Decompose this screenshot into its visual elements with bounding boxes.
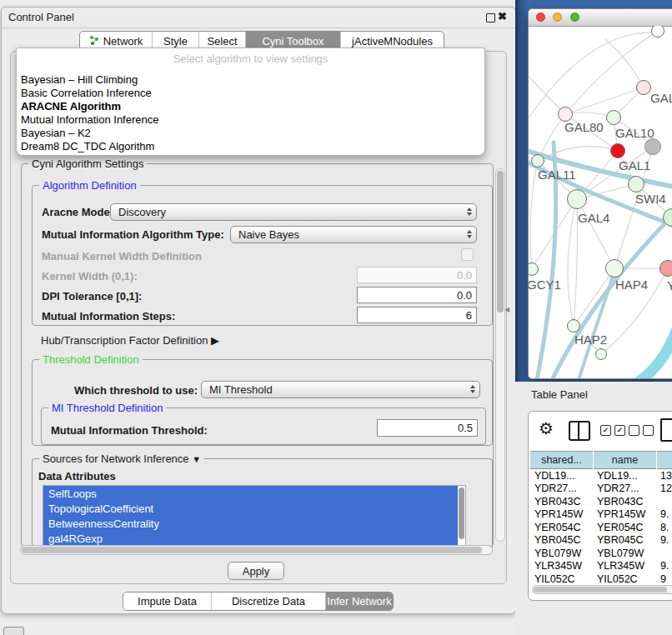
split-view-icon[interactable] [569, 421, 590, 441]
node-label: GAL1 [619, 158, 650, 172]
node-label: SWI4 [635, 192, 666, 206]
manual-kernel-checkbox[interactable] [461, 248, 474, 261]
corner-button[interactable] [3, 627, 24, 635]
node-label: GAL80 [564, 120, 604, 134]
mi-type-label: Mutual Information Algorithm Type: [42, 228, 224, 241]
list-item[interactable]: SelfLoops [43, 486, 465, 501]
apply-button[interactable]: Apply [228, 562, 284, 580]
table-row[interactable]: YBR043CYBR043C [530, 495, 672, 508]
control-panel-window: Control Panel ✖ Network Style Select Cyn… [1, 7, 516, 614]
network-canvas[interactable]: GAL GAL80 GAL10 GAL1 GAL11 SWI4 GAL4 GCY… [529, 26, 672, 378]
network-node[interactable] [659, 260, 672, 277]
gear-icon[interactable]: ⚙ [539, 418, 554, 438]
node-label: GAL4 [578, 211, 609, 225]
table-row[interactable]: YIL052CYIL052C9 [530, 572, 672, 586]
which-threshold-select[interactable]: MI Threshold [201, 381, 480, 398]
chevron-updown-icon [467, 230, 472, 238]
mi-steps-label: Mutual Information Steps: [42, 310, 175, 322]
network-node[interactable] [595, 348, 607, 360]
list-item[interactable]: gal4RGexp [43, 531, 465, 546]
threshold-definition-title: Threshold Definition [39, 353, 143, 366]
settings-vertical-scrollbar[interactable] [495, 168, 505, 542]
chevron-right-icon: ▶ [211, 334, 219, 347]
cyni-algorithm-settings-group: Cyni Algorithm Settings Algorithm Defini… [21, 163, 494, 547]
aracne-mode-select[interactable]: Discovery [110, 203, 477, 221]
sources-title[interactable]: Sources for Network Inference ▼ [39, 452, 204, 465]
list-scrollbar[interactable] [458, 486, 465, 546]
close-traffic-light[interactable] [536, 12, 545, 22]
select-all-checks-icon[interactable]: ✓✓ [600, 425, 625, 436]
table-body: YDL19...YDL19...13 YDR27...YDR27...12 YB… [530, 469, 672, 586]
settings-horizontal-scrollbar[interactable] [20, 545, 493, 555]
mi-steps-field[interactable]: 6 [357, 307, 477, 323]
kernel-width-field[interactable]: 0.0 [357, 267, 477, 283]
control-panel-titlebar: Control Panel ✖ [2, 8, 515, 28]
algorithm-option[interactable]: Mutual Information Inference [17, 113, 484, 127]
tab-discretize-data[interactable]: Discretize Data [212, 592, 326, 610]
table-row[interactable]: YBL079WYBL079W [530, 547, 672, 560]
algorithm-definition-title: Algorithm Definition [39, 179, 140, 192]
manual-kernel-label: Manual Kernel Width Definition [42, 250, 202, 262]
network-node[interactable] [606, 110, 621, 125]
table-row[interactable]: YER054CYER054C8. [530, 521, 672, 534]
algorithm-option[interactable]: Bayesian – K2 [17, 127, 484, 140]
algorithm-definition-group: Algorithm Definition Aracne Mode: Discov… [32, 185, 493, 326]
algorithm-popup: Select algorithm to view settings Bayesi… [16, 48, 485, 156]
tab-infer-network[interactable]: Infer Network [326, 592, 393, 610]
document-icon[interactable] [660, 418, 672, 442]
close-icon[interactable]: ✖ [498, 10, 507, 22]
node-label: GAL10 [615, 126, 654, 140]
network-node[interactable] [628, 176, 644, 192]
dpi-tolerance-field[interactable]: 0.0 [357, 287, 477, 303]
network-node[interactable] [567, 319, 580, 332]
table-row[interactable]: YBR045CYBR045C9. [530, 534, 672, 548]
chevron-down-icon: ▼ [192, 454, 201, 464]
table-panel-box: ⚙ ✓✓ shared... name A YDL19...YDL19...13… [528, 411, 672, 601]
list-item[interactable]: BetweennessCentrality [43, 516, 465, 531]
float-window-icon[interactable] [486, 13, 495, 22]
mi-threshold-title: MI Threshold Definition [48, 402, 166, 414]
network-node[interactable] [605, 259, 624, 278]
tab-impute-data[interactable]: Impute Data [123, 592, 212, 610]
algorithm-option[interactable]: Basic Correlation Inference [17, 87, 484, 100]
column-header[interactable]: shared... [530, 451, 593, 469]
mi-type-select[interactable]: Naive Bayes [230, 226, 477, 243]
algorithm-option[interactable]: Bayesian – Hill Climbing [17, 73, 484, 87]
mi-threshold-field[interactable]: 0.5 [377, 419, 478, 437]
network-window-titlebar [529, 9, 672, 27]
column-header[interactable]: name [594, 451, 656, 469]
minimize-traffic-light[interactable] [553, 12, 562, 22]
network-node[interactable] [644, 138, 661, 155]
node-label: HAP2 [574, 332, 607, 347]
sources-group: Sources for Network Inference ▼ Data Att… [32, 458, 493, 548]
node-label: GCY1 [529, 278, 561, 292]
zoom-traffic-light[interactable] [570, 12, 579, 22]
list-item[interactable]: TopologicalCoefficient [43, 501, 465, 516]
control-panel-title: Control Panel [8, 11, 74, 23]
group-title: Cyni Algorithm Settings [28, 158, 147, 170]
table-horizontal-scrollbar[interactable] [532, 585, 672, 594]
algorithm-option[interactable]: Dream8 DC_TDC Algorithm [17, 140, 484, 153]
network-node[interactable] [636, 80, 651, 95]
mi-threshold-label: Mutual Information Threshold: [51, 424, 208, 437]
table-row[interactable]: YPR145WYPR145W9. [530, 508, 672, 522]
tab-label: Network [103, 35, 143, 48]
algorithm-option-highlighted[interactable]: ARACNE Algorithm [17, 100, 484, 113]
node-label: GAL11 [538, 168, 576, 182]
splitter-handle[interactable]: ◀ [504, 306, 509, 313]
hub-definition-toggle[interactable]: Hub/Transcription Factor Definition ▶ [41, 334, 219, 347]
deselect-all-checks-icon[interactable] [629, 425, 654, 436]
aracne-mode-label: Aracne Mode: [42, 206, 113, 218]
table-row[interactable]: YDR27...YDR27...12 [530, 482, 672, 496]
threshold-definition-group: Threshold Definition Which threshold to … [32, 359, 493, 446]
table-row[interactable]: YLR345WYLR345W9. [530, 560, 672, 573]
algorithm-prompt: Select algorithm to view settings [17, 52, 484, 65]
network-node-gal1[interactable] [610, 143, 625, 158]
dpi-tolerance-label: DPI Tolerance [0,1]: [42, 290, 142, 302]
network-node[interactable] [567, 189, 587, 209]
table-row[interactable]: YDL19...YDL19...13 [530, 469, 672, 482]
network-node[interactable] [531, 154, 544, 168]
kernel-width-label: Kernel Width (0,1): [42, 270, 138, 282]
chevron-updown-icon [467, 208, 472, 216]
column-header[interactable]: A [657, 451, 672, 469]
